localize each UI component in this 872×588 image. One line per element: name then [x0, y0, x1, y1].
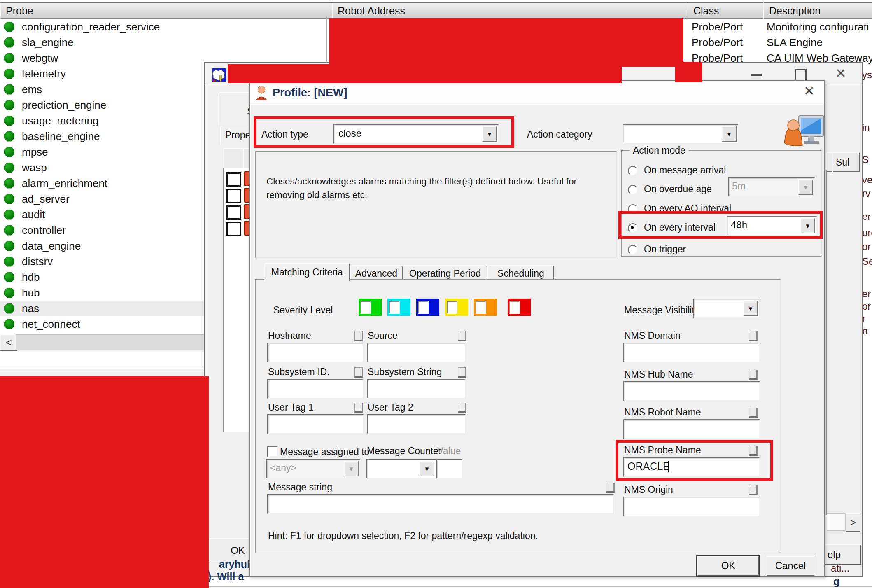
- probe-status-icon: [4, 194, 14, 204]
- message-assigned-checkbox[interactable]: [267, 446, 278, 457]
- occluded-text: rv: [862, 188, 870, 199]
- probe-status-icon: [4, 319, 14, 329]
- subsystem-id-input[interactable]: [267, 379, 364, 399]
- app-icon: [212, 67, 227, 85]
- chevron-down-icon[interactable]: ▼: [722, 126, 737, 142]
- user-tag-1-input[interactable]: [267, 414, 364, 434]
- message-string-input[interactable]: [267, 494, 614, 514]
- probe-row[interactable]: sla_engine: [0, 35, 327, 50]
- scroll-left-button[interactable]: <: [0, 334, 17, 351]
- scroll-right-button[interactable]: >: [846, 513, 860, 532]
- user-tag-2-input[interactable]: [367, 414, 466, 434]
- profile-close-button[interactable]: ✕: [804, 84, 815, 98]
- cell-description: Monitoring configurati: [767, 19, 872, 35]
- radio-on-message-arrival[interactable]: [628, 166, 638, 176]
- column-header-description[interactable]: Description: [763, 2, 872, 19]
- field-helper-button[interactable]: [458, 403, 466, 413]
- redaction-titlebar: [228, 64, 622, 83]
- redaction-robot-address: [329, 18, 683, 67]
- message-counter-select[interactable]: ▼: [366, 459, 436, 478]
- field-helper-button[interactable]: [749, 331, 758, 341]
- action-category-select[interactable]: ▼: [623, 124, 739, 144]
- occluded-text: er: [862, 288, 871, 300]
- probe-status-icon: [4, 303, 14, 314]
- probe-status-icon: [4, 131, 14, 142]
- field-helper-button[interactable]: [749, 485, 758, 495]
- matching-criteria-page: Severity Level Message Visibility ▼ Host…: [255, 279, 781, 553]
- source-input[interactable]: [367, 343, 466, 362]
- ok-button[interactable]: OK: [697, 556, 759, 576]
- field-helper-button[interactable]: [354, 403, 363, 413]
- minimize-button[interactable]: [751, 74, 762, 76]
- row-checkbox[interactable]: [226, 172, 241, 187]
- chevron-down-icon[interactable]: ▼: [420, 461, 434, 476]
- probe-status-icon: [4, 116, 14, 126]
- probe-status-icon: [4, 210, 14, 220]
- background-hscroll-track[interactable]: [827, 513, 846, 531]
- probe-status-icon: [4, 84, 14, 95]
- severity-checkbox[interactable]: [445, 299, 468, 316]
- nms-domain-input[interactable]: [623, 343, 760, 362]
- subsystem-string-input[interactable]: [367, 379, 466, 399]
- probe-status-icon: [4, 69, 14, 79]
- cell-class: Probe/Port: [692, 35, 761, 50]
- field-helper-button[interactable]: [458, 367, 466, 378]
- message-visibility-select[interactable]: ▼: [693, 299, 760, 318]
- probe-row[interactable]: configuration_reader_service: [0, 19, 327, 35]
- hint-text: Hint: F1 for dropdown selection, F2 for …: [268, 530, 538, 541]
- maximize-button[interactable]: [795, 69, 807, 82]
- probe-status-icon: [4, 225, 14, 236]
- overdue-age-select[interactable]: 5m ▼: [728, 177, 815, 197]
- occluded-text: S: [862, 154, 869, 166]
- chevron-down-icon[interactable]: ▼: [743, 301, 758, 316]
- row-checkbox[interactable]: [226, 222, 241, 236]
- message-assigned-select: <any> ▼: [266, 459, 361, 478]
- annotation-nms-probe-name: [616, 440, 773, 481]
- field-helper-button[interactable]: [354, 331, 363, 341]
- nms-origin-input[interactable]: [623, 497, 760, 516]
- field-helper-button[interactable]: [606, 483, 615, 493]
- field-helper-button[interactable]: [749, 370, 758, 380]
- severity-checkboxes: [359, 299, 536, 317]
- background-help-button[interactable]: elp: [824, 544, 861, 565]
- field-helper-button[interactable]: [749, 408, 758, 418]
- nms-hub-name-input[interactable]: [623, 381, 760, 401]
- severity-checkbox[interactable]: [387, 299, 410, 316]
- cancel-button[interactable]: Cancel: [767, 556, 814, 576]
- severity-checkbox[interactable]: [416, 299, 439, 316]
- probe-status-icon: [4, 257, 14, 267]
- occluded-text: n: [862, 325, 867, 337]
- row-checkbox[interactable]: [226, 205, 241, 220]
- occluded-text: r: [862, 313, 865, 324]
- occluded-text: yst: [862, 69, 872, 81]
- chevron-down-icon: ▼: [344, 461, 359, 476]
- list-header-checkbox-column[interactable]: [223, 148, 244, 170]
- severity-checkbox[interactable]: [359, 299, 382, 316]
- hostname-input[interactable]: [267, 343, 364, 362]
- occluded-text: in: [862, 122, 870, 133]
- probe-status-icon: [4, 272, 14, 282]
- nms-robot-name-input[interactable]: [623, 419, 760, 439]
- field-helper-button[interactable]: [458, 331, 466, 341]
- probe-status-icon: [4, 241, 14, 251]
- action-category-label: Action category: [527, 129, 592, 140]
- severity-checkbox[interactable]: [508, 299, 531, 316]
- column-header-robot-address[interactable]: Robot Address: [332, 2, 692, 19]
- column-header-class[interactable]: Class: [688, 2, 767, 19]
- screen: Probe Robot Address Class Description co…: [0, 0, 872, 588]
- row-checkbox[interactable]: [226, 189, 241, 203]
- background-list-border: [826, 170, 827, 515]
- severity-checkbox[interactable]: [474, 299, 497, 316]
- bottom-divider: [209, 586, 872, 587]
- user-computer-icon: [782, 115, 825, 151]
- close-button[interactable]: ✕: [835, 67, 846, 80]
- field-helper-button[interactable]: [354, 367, 363, 378]
- tab-matching-criteria[interactable]: Matching Criteria: [264, 263, 350, 282]
- radio-on-trigger[interactable]: [628, 245, 638, 255]
- occluded-text: ati...: [831, 562, 849, 574]
- message-visibility-label: Message Visibility: [624, 305, 699, 315]
- background-column-header-subject[interactable]: Sul: [832, 152, 860, 172]
- column-header-probe[interactable]: Probe: [0, 2, 336, 19]
- value-input[interactable]: [436, 459, 463, 478]
- radio-on-overdue-age[interactable]: [628, 185, 638, 195]
